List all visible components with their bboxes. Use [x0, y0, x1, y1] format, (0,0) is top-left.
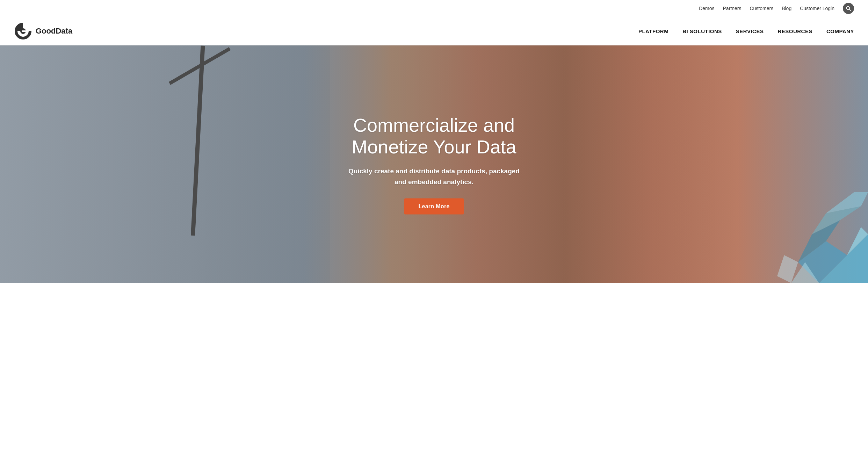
- hero-content: Commercialize and Monetize Your Data Qui…: [347, 114, 521, 215]
- topbar-link-customers[interactable]: Customers: [750, 6, 773, 11]
- hero-headline: Commercialize and Monetize Your Data: [347, 114, 521, 158]
- hero-section: Commercialize and Monetize Your Data Qui…: [0, 45, 868, 283]
- nav-links: PLATFORM BI SOLUTIONS SERVICES RESOURCES…: [638, 28, 854, 34]
- top-bar: Demos Partners Customers Blog Customer L…: [0, 0, 868, 17]
- nav-platform[interactable]: PLATFORM: [638, 28, 668, 34]
- svg-rect-3: [22, 30, 26, 32]
- hero-subtext: Quickly create and distribute data produ…: [347, 166, 521, 187]
- logo-link[interactable]: GoodData: [14, 22, 72, 40]
- search-icon: [846, 6, 851, 11]
- nav-services[interactable]: SERVICES: [736, 28, 764, 34]
- main-nav: GoodData PLATFORM BI SOLUTIONS SERVICES …: [0, 17, 868, 45]
- topbar-link-customer-login[interactable]: Customer Login: [800, 6, 834, 11]
- hero-cta-button[interactable]: Learn More: [404, 198, 463, 214]
- topbar-link-demos[interactable]: Demos: [699, 6, 714, 11]
- search-button[interactable]: [843, 3, 854, 14]
- nav-company[interactable]: COMPANY: [826, 28, 854, 34]
- nav-bi-solutions[interactable]: BI SOLUTIONS: [682, 28, 722, 34]
- topbar-link-partners[interactable]: Partners: [723, 6, 742, 11]
- topbar-link-blog[interactable]: Blog: [782, 6, 791, 11]
- logo-text: GoodData: [36, 27, 72, 36]
- gooddata-logo-icon: [14, 22, 32, 40]
- svg-line-1: [849, 9, 851, 11]
- nav-resources[interactable]: RESOURCES: [777, 28, 812, 34]
- geometric-decoration: [756, 192, 868, 283]
